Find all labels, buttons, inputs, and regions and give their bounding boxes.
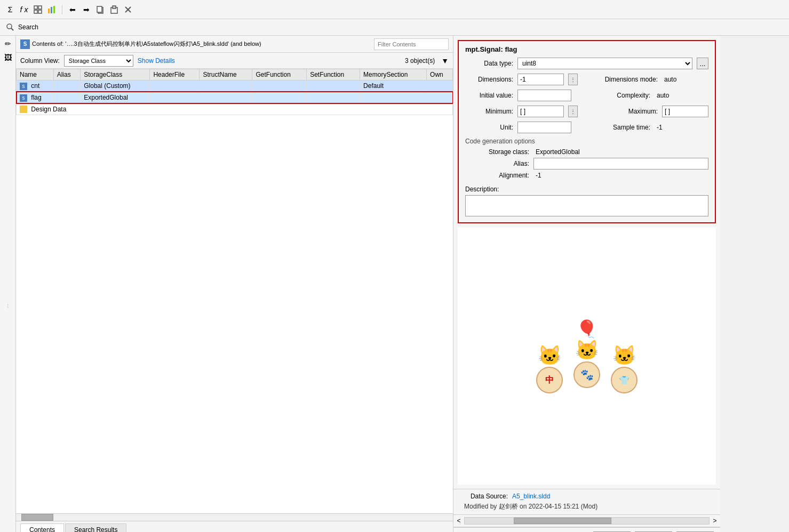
data-source-row: Data Source: A5_blink.sldd — [460, 493, 714, 500]
maximum-label: Maximum: — [583, 108, 658, 115]
minimum-btn[interactable]: ⋮ — [568, 106, 578, 117]
data-source-value: A5_blink.sldd — [512, 493, 550, 500]
dimensions-mode-label: Dimensions mode: — [583, 76, 658, 83]
delete-icon[interactable] — [122, 4, 134, 15]
design-data-row[interactable]: Design Data — [17, 103, 453, 115]
action-buttons: Revert Help Apply — [453, 527, 720, 532]
nav-scrollbar-thumb[interactable] — [514, 518, 611, 524]
storage-class-value: ExportedGlobal — [533, 148, 708, 156]
data-source-section: Data Source: A5_blink.sldd Modified by 赵… — [453, 489, 720, 514]
bottom-tabs: Contents Search Results — [16, 521, 453, 532]
tab-search-results[interactable]: Search Results — [65, 523, 126, 532]
balloon: 🎈 — [576, 319, 597, 339]
cell-memory: Default — [360, 80, 427, 92]
col-getfunction[interactable]: GetFunction — [252, 69, 307, 80]
svg-rect-10 — [113, 6, 116, 9]
cat1: 🐱 — [538, 344, 562, 367]
maximum-input[interactable] — [662, 106, 708, 117]
row-name-flag: flag — [31, 94, 41, 101]
filter-icon[interactable]: ▼ — [441, 57, 449, 65]
svg-rect-6 — [53, 6, 55, 13]
nav-bar: < > — [453, 514, 720, 527]
data-type-btn[interactable]: ... — [697, 58, 708, 69]
edit-icon[interactable]: ✏ — [2, 38, 14, 50]
content-icon: S — [20, 39, 30, 49]
col-storageclass[interactable]: StorageClass — [81, 69, 150, 80]
cell-alias-flag — [53, 92, 81, 103]
fx-icon[interactable]: f x — [18, 4, 30, 15]
col-memorysection[interactable]: MemorySection — [360, 69, 427, 80]
description-section: Description: — [459, 183, 715, 222]
show-details-link[interactable]: Show Details — [138, 57, 175, 65]
data-source-label: Data Source: — [460, 493, 508, 500]
storage-class-label: Storage class: — [465, 148, 529, 156]
nav-prev-arrow[interactable]: < — [453, 514, 464, 527]
scroll-thumb-x[interactable] — [21, 514, 53, 521]
cell-own — [427, 80, 453, 92]
initial-value-input[interactable] — [517, 90, 571, 101]
col-setfunction[interactable]: SetFunction — [307, 69, 360, 80]
cat2: 🐱 — [575, 339, 599, 361]
dimensions-btn[interactable]: ⋮ — [568, 74, 578, 85]
cell-get — [252, 80, 307, 92]
sum-icon[interactable]: Σ — [4, 4, 16, 15]
minimum-input[interactable] — [517, 106, 564, 117]
content-path: Contents of: '….3自动生成代码控制单片机\A5stateflow… — [32, 40, 368, 48]
copy-icon[interactable] — [94, 4, 106, 15]
nav-scrollbar[interactable] — [464, 517, 710, 525]
col-headerfile[interactable]: HeaderFile — [150, 69, 200, 80]
cell-storage: Global (Custom) — [81, 80, 150, 92]
col-own[interactable]: Own — [427, 69, 453, 80]
svg-rect-5 — [51, 7, 52, 13]
description-label: Description: — [465, 186, 708, 193]
column-view-select[interactable]: Storage Class — [64, 55, 133, 67]
tab-contents[interactable]: Contents — [20, 523, 64, 532]
modified-text: Modified by 赵剑桥 on 2022-04-15 15:21 (Mod… — [464, 502, 714, 511]
cell-storage-flag: ExportedGlobal — [81, 92, 150, 103]
svg-rect-4 — [48, 9, 50, 13]
svg-point-13 — [7, 24, 12, 29]
unit-label: Unit: — [465, 124, 513, 131]
row-icon: s — [20, 83, 27, 90]
column-view-label: Column View: — [20, 57, 60, 65]
filter-input[interactable] — [374, 38, 449, 50]
alignment-value: -1 — [533, 172, 708, 179]
table-scroll-x[interactable] — [16, 513, 453, 521]
cat-area: 🐱 中 🎈 🐱 🐾 🐱 👕 — [458, 228, 716, 485]
dimensions-input[interactable] — [517, 74, 564, 85]
cell-memory-flag — [360, 92, 427, 103]
dimensions-mode-value: auto — [662, 76, 708, 83]
image-icon[interactable]: 🖼 — [2, 52, 14, 63]
content-panel: S Contents of: '….3自动生成代码控制单片机\A5statefl… — [16, 36, 453, 532]
minimum-label: Minimum: — [465, 108, 513, 115]
search-icon[interactable] — [4, 21, 16, 33]
grid-icon[interactable] — [32, 4, 44, 15]
paste-icon[interactable] — [108, 4, 120, 15]
chart-icon[interactable] — [46, 4, 58, 15]
col-name[interactable]: Name — [17, 69, 54, 80]
content-header: S Contents of: '….3自动生成代码控制单片机\A5statefl… — [16, 36, 453, 53]
cell-set — [307, 80, 360, 92]
alignment-label: Alignment: — [465, 172, 529, 179]
svg-rect-0 — [34, 6, 37, 9]
description-textarea[interactable] — [465, 195, 708, 216]
table-wrapper: Name Alias StorageClass HeaderFile Struc… — [16, 69, 453, 513]
alias-input[interactable] — [533, 158, 708, 170]
code-gen-title: Code generation options — [465, 138, 708, 145]
svg-rect-8 — [97, 6, 102, 12]
table-row[interactable]: s cnt Global (Custom) Default — [17, 80, 453, 92]
nav-right-icon[interactable]: ➡ — [81, 4, 92, 15]
nav-next-arrow[interactable]: > — [710, 514, 720, 527]
table-row-flag[interactable]: s flag ExportedGlobal — [17, 92, 453, 103]
unit-input[interactable] — [517, 122, 571, 133]
col-structname[interactable]: StructName — [200, 69, 252, 80]
cell-name-flag: s flag — [17, 92, 54, 103]
search-bar: Search — [0, 19, 789, 36]
nav-left-icon[interactable]: ⬅ — [67, 4, 78, 15]
col-alias[interactable]: Alias — [53, 69, 81, 80]
cell-set-flag — [307, 92, 360, 103]
code-gen-grid: Storage class: ExportedGlobal Alias: Ali… — [465, 148, 708, 179]
column-view-bar: Column View: Storage Class Show Details … — [16, 53, 453, 69]
data-type-select[interactable]: uint8 — [517, 58, 692, 69]
row-icon-flag: s — [20, 94, 27, 102]
